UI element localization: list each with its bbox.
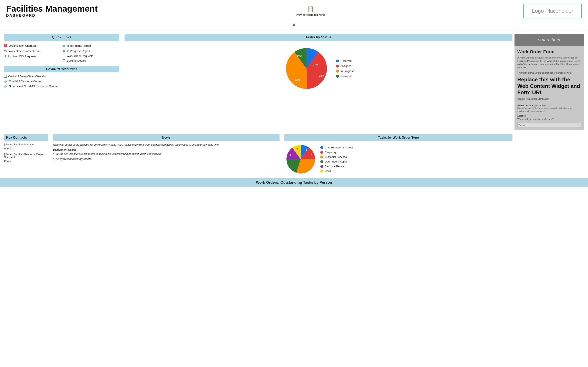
svg-text:1: 1 — [292, 166, 293, 168]
tasks-status-chart-container: 17% 33% 33% 17% Received Assigned In Pro… — [125, 43, 512, 94]
covid-smartsheet[interactable]: 🔗 Smartsheet Covid-19 Response Center — [4, 83, 119, 89]
news-bullet-1: • Provide services that are conducive to… — [53, 152, 279, 156]
covid-header: Covid-19 Resources — [4, 66, 119, 72]
smartsheet-replace-text: Replace this with the Web Content Widget… — [517, 76, 581, 96]
contacts-header: Key Contacts — [4, 134, 48, 141]
legend-dot-card — [320, 146, 323, 149]
link-high-priority[interactable]: ▦ High Priority Report — [63, 43, 119, 48]
legend-dot-received — [336, 59, 339, 62]
chevron-icon[interactable]: ∨ — [292, 22, 296, 28]
tasks-status-legend: Received Assigned In Progress Resolved — [336, 59, 354, 78]
work-order-section: Tasks by Work Order Type 1 1 2 1 — [282, 134, 515, 175]
link-icon-1: 🔗 — [4, 80, 8, 83]
news-goals-label: Department Goals: — [53, 149, 279, 151]
bottom-bar-title: Work Orders: Outstanding Tasks by Person — [256, 180, 332, 184]
work-order-header: Tasks by Work Order Type — [285, 134, 513, 141]
page-header: Facilities Management DASHBOARD 📋 Provid… — [0, 0, 588, 20]
key-contacts-section: Key Contacts [Name], Facilities Manager … — [4, 134, 50, 175]
covid-resource-center[interactable]: 🔗 Covid-19 Resource Center — [4, 79, 119, 83]
smartsheet-sub-desc: This form allows you to submit non-emerg… — [517, 71, 581, 75]
doc-icon: W — [4, 49, 7, 53]
legend-dot-assigned — [336, 65, 339, 67]
link-building-details[interactable]: Building Details — [63, 58, 119, 63]
link-work-order-requests[interactable]: Work Order Requests — [63, 54, 119, 58]
svg-text:1: 1 — [311, 153, 312, 156]
feedback-label: Provide feedback here! — [296, 13, 325, 16]
link-org-chart[interactable]: 🅰 Organization Chart.pdf — [4, 43, 61, 48]
covid-links: Covid-19 Deep Clean Checklist 🔗 Covid-19… — [4, 74, 119, 89]
legend-resolved: Resolved — [336, 75, 354, 78]
legend-card-request: Card Request or Access — [320, 146, 354, 149]
svg-text:17%: 17% — [297, 55, 302, 58]
news-section: News Northeast corner of the campus will… — [50, 134, 282, 175]
news-header: News — [53, 134, 279, 141]
smartsheet-desc: A Work Order is a request for a service … — [517, 56, 581, 69]
link-in-progress[interactable]: ▦ In Progress Report — [63, 48, 119, 54]
covid-checklist[interactable]: Covid-19 Deep Clean Checklist — [4, 74, 119, 79]
svg-text:33%: 33% — [295, 78, 300, 81]
svg-text:2: 2 — [307, 167, 309, 169]
legend-received: Received — [336, 59, 354, 62]
legend-electrical: Electrical Repair — [320, 165, 354, 168]
svg-text:2: 2 — [290, 154, 291, 156]
bottom-bar: Work Orders: Outstanding Tasks by Person — [0, 178, 588, 187]
legend-dot-dorm — [320, 160, 323, 163]
link-work-order-protocols[interactable]: W Work Order Protocols.doc — [4, 48, 61, 54]
tasks-status-section: Tasks by Status 17% 33% 33% 17% — [122, 34, 515, 130]
page-title-block: Facilities Management DASHBOARD — [6, 4, 98, 18]
smartsheet-panel: smartsheet Work Order Form A Work Order … — [515, 34, 584, 130]
checkbox-icon-1 — [63, 55, 65, 57]
feedback-icon: 📋 — [307, 6, 314, 12]
smartsheet-spacer — [515, 134, 584, 175]
page-title: Facilities Management — [6, 4, 98, 13]
chevron-divider[interactable]: ∨ — [0, 20, 588, 30]
legend-dot-covid — [320, 170, 323, 173]
contact-1-phone: Phone — [4, 147, 48, 151]
smartsheet-header: smartsheet — [515, 34, 584, 46]
checkbox-icon-2 — [63, 59, 65, 62]
legend-dot-in-progress — [336, 70, 339, 73]
quick-links-section: Quick Links 🅰 Organization Chart.pdf W W… — [4, 34, 122, 130]
smartsheet-request-desc: Please be specific in the request descri… — [517, 107, 581, 113]
legend-carpentry: Carpentry — [320, 151, 354, 154]
legend-dorm: Dorm Room Repair — [320, 160, 354, 163]
smartsheet-contact-label: Contact Number for Clarification — [517, 98, 581, 100]
news-main-text: Northeast corner of the campus will be c… — [53, 143, 279, 147]
work-order-legend: Card Request or Access Carpentry Custodi… — [320, 146, 354, 173]
checkbox-icon-covid1 — [4, 75, 7, 78]
quick-links-grid: 🅰 Organization Chart.pdf W Work Order Pr… — [4, 43, 119, 63]
svg-text:1: 1 — [296, 147, 298, 149]
tasks-status-header: Tasks by Status — [125, 34, 512, 41]
legend-in-progress: In Progress — [336, 69, 354, 73]
legend-custodial: Custodial Services — [320, 155, 354, 158]
smartsheet-request-label: Please describe your request * — [517, 104, 581, 107]
main-grid: Quick Links 🅰 Organization Chart.pdf W W… — [0, 30, 588, 132]
legend-dot-resolved — [336, 75, 339, 78]
logo-placeholder: Logo Placeholder — [523, 4, 582, 18]
legend-dot-electrical — [320, 165, 323, 168]
links-col2: ▦ High Priority Report ▦ In Progress Rep… — [63, 43, 119, 63]
pdf-icon: 🅰 — [4, 44, 7, 48]
legend-assigned: Assigned — [336, 64, 354, 67]
work-order-pie: 1 1 2 1 2 1 — [285, 143, 317, 175]
work-order-chart-container: 1 1 2 1 2 1 Card Request or Access Carpe… — [285, 143, 513, 175]
feedback-link[interactable]: 📋 Provide feedback here! — [296, 6, 325, 16]
bottom-grid: Key Contacts [Name], Facilities Manager … — [0, 132, 588, 175]
links-col1: 🅰 Organization Chart.pdf W Work Order Pr… — [4, 43, 61, 63]
legend-dot-carpentry — [320, 151, 323, 154]
legend-dot-custodial — [320, 156, 323, 158]
smartsheet-location-label: Location — [517, 115, 581, 117]
legend-covid: Covid-19 — [320, 169, 354, 173]
tasks-status-pie: 17% 33% 33% 17% — [283, 45, 330, 92]
quick-links-header: Quick Links — [4, 34, 119, 41]
link-archived-wo[interactable]: X Archived WO Requests — [4, 54, 61, 59]
contact-1-role: [Name], Facilities Manager — [4, 142, 48, 147]
svg-text:33%: 33% — [319, 74, 324, 77]
smartsheet-body: Work Order Form A Work Order is a reques… — [515, 46, 584, 130]
contact-2-phone: Phone — [4, 159, 48, 163]
sheet-icon-2: ▦ — [63, 49, 66, 53]
contact-2-role: [Name], Facilities Resource Center Speci… — [4, 152, 48, 159]
svg-text:1: 1 — [306, 149, 307, 151]
page-subtitle: DASHBOARD — [6, 13, 98, 18]
smartsheet-select[interactable]: Select ▾ — [517, 123, 581, 127]
